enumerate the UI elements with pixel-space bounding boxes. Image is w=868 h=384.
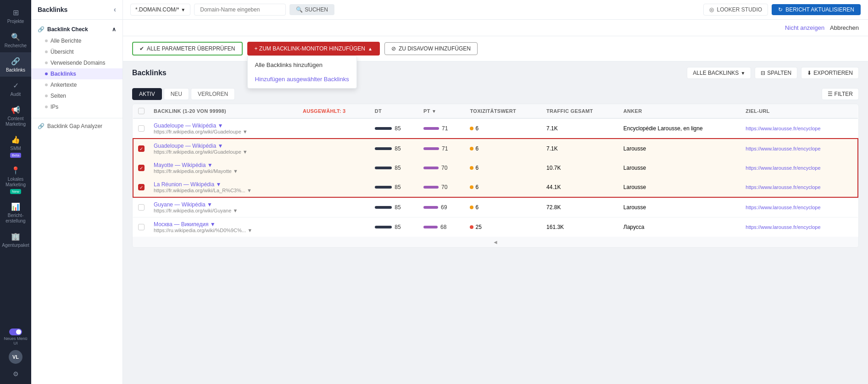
sidebar-label: Recherche [5,43,27,49]
tab-verloren[interactable]: VERLOREN [191,88,235,100]
scroll-hint: ◄ [133,237,858,247]
filter-button[interactable]: ☰ FILTER [822,88,859,100]
pt-score: 70 [441,165,447,171]
sidebar-item-berichterstellung[interactable]: 📊 Bericht-erstellung [0,198,31,228]
domain-select[interactable]: *.DOMAIN.COM/* ▼ [130,4,190,16]
toxicity-score: 6 [475,184,479,190]
nav-gap-analyzer[interactable]: 🔗 Backlink Gap Analyzer [31,120,122,132]
megaphone-icon: 📢 [11,105,21,115]
hide-link[interactable]: Nicht anzeigen [785,24,824,31]
nav-item-verweisende-domains[interactable]: Verweisende Domains [31,57,122,68]
cancel-link[interactable]: Abbrechen [830,24,859,31]
sidebar-item-content-marketing[interactable]: 📢 Content Marketing [0,101,31,131]
row-anchor-cell: Encyclopédie Larousse, en ligne [619,118,741,139]
sidebar-label: Audit [11,92,21,97]
toggle-switch[interactable] [9,328,22,335]
disavow-button[interactable]: ⊘ ZU DISAVOW HINZUFÜGEN [384,42,478,55]
nav-item-backlinks[interactable]: Backlinks [31,68,122,79]
settings-icon[interactable]: ⚙ [13,370,19,378]
tab-neu[interactable]: NEU [164,88,189,100]
row-pt-cell: 68 [419,217,465,237]
row-traffic-cell: 7.1K [542,118,619,139]
section-label: Backlink Check [47,26,88,33]
disavow-label: ZU DISAVOW HINZUFÜGEN [399,45,471,52]
backlink-name[interactable]: Guadeloupe — Wikipédia ▼ [154,122,294,129]
export-icon: ⬇ [807,70,812,76]
dot-icon [45,106,48,108]
backlink-name[interactable]: Guadeloupe — Wikipédia ▼ [154,143,294,149]
target-url[interactable]: https://www.larousse.fr/encyclope [746,184,820,190]
avatar[interactable]: VL [9,350,22,364]
topbar: *.DOMAIN.COM/* ▼ 🔍 SUCHEN ◎ LOOKER STUDI… [123,0,868,20]
all-backlinks-button[interactable]: ALLE BACKLINKS ▼ [687,67,751,79]
pt-score: 68 [440,224,446,230]
row-checkbox[interactable]: ✓ [138,145,145,152]
filter-label: FILTER [835,91,853,97]
row-checkbox[interactable]: ✓ [138,165,145,171]
nav-item-ankertexte[interactable]: Ankertexte [31,79,122,90]
table-row: Москва — Википедия ▼ https://ru.wikipedi… [133,217,858,237]
nav-item-uebersicht[interactable]: Übersicht [31,46,122,57]
th-pt[interactable]: PT ▼ [419,104,465,118]
select-all-checkbox[interactable] [138,108,145,114]
check-params-button[interactable]: ✔ ALLE PARAMETER ÜBERPRÜFEN [132,42,243,56]
tab-aktiv[interactable]: AKTIV [132,88,162,100]
dt-score: 85 [395,204,401,211]
backlink-name[interactable]: La Réunion — Wikipédia ▼ [154,181,294,188]
row-checkbox[interactable]: ✓ [138,184,145,190]
row-checkbox[interactable] [138,204,145,211]
dropdown-item-selected[interactable]: Hinzufügen ausgewählter Backlinks [248,72,356,86]
nav-item-ips[interactable]: IPs [31,101,122,112]
target-url[interactable]: https://www.larousse.fr/encyclope [746,224,820,230]
thumbs-up-icon: 👍 [11,134,21,145]
sidebar-item-projekte[interactable]: ⊞ Projekte [0,4,31,28]
sidebar-label: Lokales Marketing [2,177,29,188]
row-empty-cell [298,118,370,139]
dropdown-item-all[interactable]: Alle Backlinks hinzufügen [248,58,356,72]
row-target-cell: https://www.larousse.fr/encyclope [741,178,858,197]
anchor-text: Ларусса [623,224,645,230]
chevron-down-icon: ▼ [740,71,745,76]
sidebar-item-recherche[interactable]: 🔍 Recherche [0,28,31,52]
search-button[interactable]: 🔍 SUCHEN [289,4,334,15]
anchor-text: Larousse [623,145,646,152]
traffic-value: 7.1K [546,125,558,132]
row-backlink-cell: Москва — Википедия ▼ https://ru.wikipedi… [149,217,298,237]
new-menu-toggle[interactable]: Neues MenüUI [4,328,27,345]
row-checkbox[interactable] [138,125,145,132]
domain-input[interactable] [194,4,286,16]
add-monitor-button[interactable]: + ZUM BACKLINK-MONITOR HINZUFÜGEN ▲ [247,42,380,56]
target-url[interactable]: https://www.larousse.fr/encyclope [746,126,820,131]
target-url[interactable]: https://www.larousse.fr/encyclope [746,146,820,151]
pt-bar [423,167,439,169]
toxicity-score: 6 [475,165,479,171]
target-url[interactable]: https://www.larousse.fr/encyclope [746,205,820,210]
sidebar-item-smm[interactable]: 👍 SMM Beta [0,131,31,161]
row-dt-cell: 85 [370,178,419,197]
add-monitor-label: + ZUM BACKLINK-MONITOR HINZUFÜGEN [255,45,365,52]
looker-studio-button[interactable]: ◎ LOOKER STUDIO [703,4,768,16]
sidebar-item-agenturpaket[interactable]: 🏢 Agenturpaket [0,228,31,252]
th-backlink: BACKLINK (1-20 VON 99998) [149,104,298,118]
search-icon: 🔍 [296,6,303,13]
nav-item-alle-berichte[interactable]: Alle Berichte [31,35,122,46]
update-report-button[interactable]: ↻ BERICHT AKTUALISIEREN [772,4,861,15]
target-url[interactable]: https://www.larousse.fr/encyclope [746,165,820,171]
backlink-name[interactable]: Москва — Википедия ▼ [154,221,294,228]
row-checkbox[interactable] [138,224,145,230]
pt-bar [423,206,438,209]
add-monitor-wrapper: + ZUM BACKLINK-MONITOR HINZUFÜGEN ▲ Alle… [247,42,380,56]
row-pt-cell: 70 [419,178,465,197]
sidebar-item-lokales-marketing[interactable]: 📍 Lokales Marketing New [0,161,31,198]
sidebar-item-backlinks[interactable]: 🔗 Backlinks [0,52,31,77]
nav-item-seiten[interactable]: Seiten [31,90,122,101]
export-button[interactable]: ⬇ EXPORTIEREN [801,67,859,79]
sidebar-label: Bericht-erstellung [2,213,29,224]
grid-icon: ⊞ [11,7,21,17]
backlink-check-header[interactable]: 🔗 Backlink Check ∧ [31,23,122,35]
nav-collapse-button[interactable]: ‹ [114,6,116,14]
backlink-name[interactable]: Guyane — Wikipédia ▼ [154,201,294,208]
backlink-name[interactable]: Mayotte — Wikipédia ▼ [154,162,294,168]
columns-button[interactable]: ⊟ SPALTEN [755,67,797,79]
sidebar-item-audit[interactable]: ✓ Audit [0,77,31,101]
